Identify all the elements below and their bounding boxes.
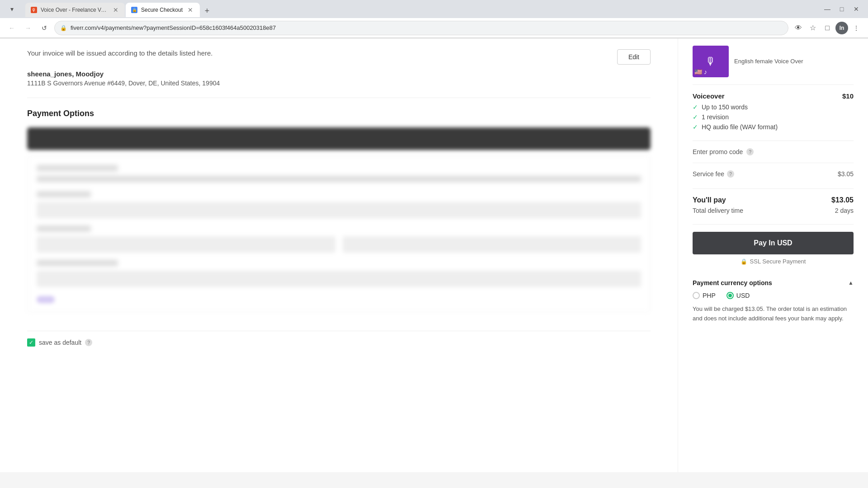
- delivery-value: 2 days: [835, 207, 854, 214]
- currency-section: Payment currency options ▲ PHP USD You w…: [693, 272, 854, 331]
- tab-checkout-label: Secure Checkout: [141, 7, 183, 13]
- maximize-btn[interactable]: □: [835, 3, 848, 15]
- eye-slash-icon: 👁: [792, 22, 805, 34]
- ssl-label: SSL Secure Payment: [750, 258, 806, 265]
- php-option[interactable]: PHP: [693, 292, 716, 299]
- browser-tabs: 🎙 Voice Over - Freelance Voice A... ✕ 🔒 …: [22, 1, 814, 17]
- check-icon-3: ✓: [693, 123, 698, 131]
- save-default-help-icon[interactable]: ?: [85, 339, 92, 346]
- minimize-btn[interactable]: —: [821, 3, 834, 15]
- php-label: PHP: [703, 292, 716, 299]
- feature-hq: ✓ HQ audio file (WAV format): [693, 123, 854, 131]
- voiceover-label: Voiceover: [693, 92, 725, 100]
- order-summary: Voiceover $10 ✓ Up to 150 words ✓ 1 revi…: [693, 85, 854, 141]
- usd-radio[interactable]: [726, 292, 734, 299]
- blurred-row-2: [37, 176, 641, 182]
- feature-revision-text: 1 revision: [702, 113, 729, 121]
- nav-actions: 👁 ☆ □ In ⋮: [792, 22, 863, 34]
- invoice-notice-text: Your invoice will be issued according to…: [27, 49, 213, 57]
- save-default-label: save as default: [39, 339, 81, 346]
- check-icon-2: ✓: [693, 113, 698, 121]
- profile-dropdown-btn[interactable]: ▾: [5, 3, 18, 15]
- address-text: fiverr.com/v4/payments/new?paymentSessio…: [71, 24, 783, 31]
- save-default-checkbox[interactable]: ✓: [27, 338, 35, 347]
- delivery-row: Total delivery time 2 days: [693, 207, 854, 214]
- edit-button[interactable]: Edit: [617, 49, 651, 65]
- blurred-input-2: [37, 236, 335, 253]
- browser-chrome: ▾ 🎙 Voice Over - Freelance Voice A... ✕ …: [0, 0, 868, 38]
- back-btn[interactable]: ←: [5, 22, 18, 34]
- promo-row: Enter promo code ?: [693, 148, 854, 155]
- feature-hq-text: HQ audio file (WAV format): [702, 123, 778, 131]
- delivery-label: Total delivery time: [693, 207, 743, 214]
- payment-form-blurred: [27, 155, 651, 313]
- ssl-row: 🔒 SSL Secure Payment: [693, 258, 854, 265]
- left-panel: Your invoice will be issued according to…: [0, 38, 678, 472]
- browser-titlebar: ▾ 🎙 Voice Over - Freelance Voice A... ✕ …: [0, 0, 868, 18]
- tab-voiceover-close[interactable]: ✕: [112, 6, 119, 14]
- address-bar[interactable]: 🔒 fiverr.com/v4/payments/new?paymentSess…: [54, 21, 788, 35]
- invoice-name: sheena_jones, Moodjoy: [27, 70, 651, 78]
- star-icon[interactable]: ☆: [807, 22, 819, 34]
- currency-note: You will be charged $13.05. The order to…: [693, 305, 854, 324]
- tab-voiceover-label: Voice Over - Freelance Voice A...: [41, 7, 108, 13]
- tab-voiceover[interactable]: 🎙 Voice Over - Freelance Voice A... ✕: [25, 3, 125, 17]
- blurred-spinner: [37, 296, 55, 303]
- window-controls: ▾: [5, 3, 18, 15]
- product-description: English female Voice Over: [734, 57, 803, 66]
- php-radio[interactable]: [693, 292, 700, 299]
- tab-checkout[interactable]: 🔒 Secure Checkout ✕: [126, 3, 200, 17]
- currency-title: Payment currency options: [693, 279, 772, 286]
- product-flag: 🇺🇸 ♪: [694, 68, 707, 75]
- service-fee-amount: $3.05: [838, 170, 854, 178]
- youll-pay-row: You'll pay $13.05: [693, 196, 854, 204]
- voiceover-price: $10: [842, 92, 854, 100]
- forward-btn[interactable]: →: [22, 22, 34, 34]
- right-panel: 🇺🇸 ♪ English female Voice Over Voiceover…: [678, 38, 868, 472]
- tab-voiceover-icon: 🎙: [31, 7, 37, 13]
- invoice-section: Your invoice will be issued according to…: [27, 38, 651, 98]
- feature-words-text: Up to 150 words: [702, 103, 748, 111]
- blurred-row-5: [37, 260, 118, 266]
- total-section: You'll pay $13.05 Total delivery time 2 …: [693, 189, 854, 225]
- blurred-row-3: [37, 191, 91, 197]
- currency-options: PHP USD: [693, 292, 854, 299]
- blurred-input-3: [343, 236, 642, 253]
- usd-label: USD: [736, 292, 750, 299]
- promo-section: Enter promo code ?: [693, 141, 854, 163]
- payment-options-section: Payment Options: [27, 98, 651, 324]
- blurred-input-1: [37, 202, 641, 218]
- promo-label: Enter promo code: [693, 148, 743, 155]
- extensions-icon[interactable]: □: [821, 22, 834, 34]
- youll-pay-amount: $13.05: [831, 196, 854, 204]
- order-label-row: Voiceover $10: [693, 92, 854, 100]
- fees-section: Service fee ? $3.05: [693, 163, 854, 189]
- check-icon-1: ✓: [693, 103, 698, 111]
- product-preview: 🇺🇸 ♪ English female Voice Over: [693, 38, 854, 85]
- currency-header[interactable]: Payment currency options ▲: [693, 279, 854, 286]
- more-btn[interactable]: ⋮: [850, 22, 863, 34]
- blurred-row-1: [37, 165, 118, 171]
- new-tab-btn[interactable]: +: [201, 5, 213, 17]
- ssl-lock-icon: 🔒: [741, 258, 747, 265]
- tab-checkout-close[interactable]: ✕: [186, 6, 194, 14]
- youll-pay-label: You'll pay: [693, 196, 726, 204]
- product-thumbnail: 🇺🇸 ♪: [693, 46, 729, 77]
- profile-icon[interactable]: In: [835, 22, 848, 34]
- invoice-notice-row: Your invoice will be issued according to…: [27, 49, 651, 65]
- service-fee-help-icon[interactable]: ?: [727, 170, 734, 178]
- usd-option[interactable]: USD: [726, 292, 750, 299]
- blurred-row-4: [37, 225, 91, 232]
- close-btn[interactable]: ✕: [850, 3, 863, 15]
- invoice-address: 1111B S Governors Avenue #6449, Dover, D…: [27, 80, 651, 87]
- service-fee-label-wrap: Service fee ?: [693, 170, 734, 178]
- payment-method-tabs: [27, 127, 651, 150]
- promo-help-icon[interactable]: ?: [746, 148, 754, 155]
- payment-options-title: Payment Options: [27, 109, 651, 118]
- blurred-input-4: [37, 271, 641, 287]
- page-content: Your invoice will be issued according to…: [0, 38, 868, 472]
- browser-navbar: ← → ↺ 🔒 fiverr.com/v4/payments/new?payme…: [0, 18, 868, 38]
- reload-btn[interactable]: ↺: [38, 22, 51, 34]
- currency-chevron-icon: ▲: [848, 280, 854, 286]
- pay-button[interactable]: Pay In USD: [693, 232, 854, 254]
